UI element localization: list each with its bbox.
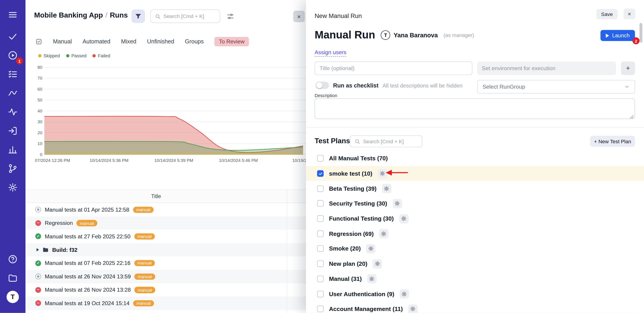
drawer-close-button[interactable]: × <box>624 8 636 19</box>
runs-search-input[interactable] <box>164 13 216 19</box>
filter-button[interactable] <box>132 9 145 23</box>
projects-folder-icon[interactable] <box>8 273 18 283</box>
test-plan-row[interactable]: All Manual Tests (70) <box>306 151 644 166</box>
run-title[interactable]: Manual tests at 19 Oct 2024 15:14 <box>45 300 130 306</box>
test-plan-row[interactable]: smoke test (10) <box>306 166 644 181</box>
tab-to-review[interactable]: To Review <box>214 37 249 46</box>
table-row[interactable]: Manual tests at 26 Nov 2024 13:59manual <box>26 270 306 283</box>
test-plan-row[interactable]: Manual (31) <box>306 271 644 287</box>
table-row[interactable]: Manual tests at 01 Apr 2025 12:58manual <box>26 203 306 216</box>
description-textarea[interactable] <box>314 99 635 119</box>
sidebar-item-run-list[interactable] <box>8 69 18 79</box>
plan-label[interactable]: Regression (69) <box>329 230 374 237</box>
plan-settings-button[interactable] <box>399 214 408 223</box>
scrollbar-thumb[interactable] <box>640 23 642 43</box>
breadcrumb-project[interactable]: Mobile Banking App <box>34 11 103 19</box>
plan-label[interactable]: Smoke (20) <box>329 246 361 252</box>
rungroup-select[interactable]: Select RunGroup <box>477 80 635 94</box>
assign-users-link[interactable]: Assign users <box>314 49 346 57</box>
plan-checkbox[interactable] <box>317 306 324 312</box>
table-row[interactable]: ✓Manual tests at 27 Feb 2025 22:50manual <box>26 230 306 243</box>
test-plan-row[interactable]: User Authentication (9) <box>306 286 644 301</box>
plan-label[interactable]: User Authentication (9) <box>329 291 394 297</box>
run-title[interactable]: Manual tests at 27 Feb 2025 22:50 <box>45 233 130 239</box>
sidebar-item-gear[interactable] <box>8 183 18 192</box>
plan-settings-button[interactable] <box>379 229 388 238</box>
sidebar-item-trend[interactable] <box>8 88 18 98</box>
legend-item-failed[interactable]: Failed <box>92 53 110 58</box>
plan-settings-button[interactable] <box>408 304 418 313</box>
environment-input[interactable] <box>477 62 616 75</box>
plan-label[interactable]: All Manual Tests (70) <box>329 155 388 162</box>
sidebar-item-bar-chart[interactable] <box>8 145 18 155</box>
plan-checkbox[interactable] <box>317 155 324 162</box>
test-plan-row[interactable]: Security Testing (30) <box>306 196 644 211</box>
sidebar-item-activity[interactable] <box>8 107 18 117</box>
plan-checkbox[interactable] <box>317 200 324 207</box>
plan-checkbox-checked[interactable] <box>317 170 324 177</box>
test-plan-row[interactable]: New plan (20) <box>306 256 644 271</box>
tab-groups[interactable]: Groups <box>185 38 204 45</box>
plan-checkbox[interactable] <box>317 215 324 222</box>
tab-manual[interactable]: Manual <box>53 38 72 45</box>
add-environment-button[interactable]: + <box>621 62 635 75</box>
sidebar-item-menu[interactable] <box>8 10 18 20</box>
sidebar-item-check[interactable] <box>8 31 18 41</box>
runs-panel-close-button[interactable]: × <box>293 10 305 22</box>
help-icon[interactable] <box>8 254 18 264</box>
plan-checkbox[interactable] <box>317 230 324 237</box>
tab-unfinished[interactable]: Unfinished <box>147 38 174 45</box>
plan-label[interactable]: Beta Testing (39) <box>329 185 376 192</box>
advanced-filters-icon[interactable] <box>227 13 234 20</box>
table-row[interactable]: −Regressionmanual <box>26 216 306 230</box>
plan-label[interactable]: Manual (31) <box>329 276 362 282</box>
table-row[interactable]: ✓Manual tests at 07 Feb 2025 22:16manual <box>26 257 306 270</box>
expand-caret-icon[interactable] <box>36 248 39 252</box>
run-title[interactable]: Manual tests at 01 Apr 2025 12:58 <box>45 207 129 213</box>
launch-label: Launch <box>612 32 630 38</box>
test-plan-row[interactable]: Functional Testing (30) <box>306 211 644 226</box>
legend-item-passed[interactable]: Passed <box>66 53 86 58</box>
plan-settings-button[interactable] <box>367 274 376 284</box>
table-row-group[interactable]: Build: f32 <box>26 243 306 256</box>
app-logo[interactable]: T <box>6 291 19 303</box>
run-title[interactable]: Manual tests at 26 Nov 2024 13:59 <box>45 273 131 280</box>
test-plans-search-input[interactable] <box>363 139 418 144</box>
plan-label[interactable]: New plan (20) <box>329 261 367 267</box>
test-plan-row[interactable]: Smoke (20) <box>306 241 644 256</box>
plan-settings-button[interactable] <box>382 184 391 193</box>
plan-checkbox[interactable] <box>317 261 324 267</box>
plan-settings-button[interactable] <box>373 259 382 269</box>
plan-checkbox[interactable] <box>317 185 324 192</box>
plan-label[interactable]: Security Testing (30) <box>329 200 387 207</box>
save-button[interactable]: Save <box>596 9 618 19</box>
tab-automated[interactable]: Automated <box>82 38 110 45</box>
sidebar-item-play-circle[interactable] <box>8 50 18 60</box>
run-as-checklist-toggle[interactable] <box>316 82 329 89</box>
test-plan-row[interactable]: Regression (69) <box>306 226 644 241</box>
run-title[interactable]: Manual tests at 07 Feb 2025 22:16 <box>45 260 130 266</box>
test-plan-row[interactable]: Beta Testing (39) <box>306 181 644 196</box>
plan-settings-button[interactable] <box>392 199 402 208</box>
plan-checkbox[interactable] <box>317 246 324 252</box>
run-title-input[interactable] <box>314 62 472 75</box>
table-row[interactable]: −Manual tests at 26 Nov 2024 13:28manual <box>26 283 306 297</box>
sidebar-item-log-in[interactable] <box>8 126 18 136</box>
legend-item-skipped[interactable]: Skipped <box>38 53 60 58</box>
test-plan-row[interactable]: Account Management (11) <box>306 301 644 313</box>
select-all-icon[interactable] <box>35 38 42 45</box>
new-test-plan-button[interactable]: + New Test Plan <box>590 136 635 147</box>
plan-label[interactable]: Account Management (11) <box>329 306 403 312</box>
plan-checkbox[interactable] <box>317 276 324 282</box>
plan-label[interactable]: smoke test (10) <box>329 170 372 177</box>
tab-mixed[interactable]: Mixed <box>121 38 136 45</box>
plan-checkbox[interactable] <box>317 291 324 297</box>
plan-settings-button[interactable] <box>400 289 409 299</box>
sidebar-item-git-branch[interactable] <box>8 164 18 173</box>
run-title[interactable]: Regression <box>45 220 73 226</box>
launch-button[interactable]: Launch <box>600 30 635 41</box>
table-row[interactable]: −Manual tests at 19 Oct 2024 15:14manual <box>26 297 306 310</box>
run-title[interactable]: Manual tests at 26 Nov 2024 13:28 <box>45 287 131 293</box>
plan-settings-button[interactable] <box>366 244 376 253</box>
plan-label[interactable]: Functional Testing (30) <box>329 215 394 222</box>
